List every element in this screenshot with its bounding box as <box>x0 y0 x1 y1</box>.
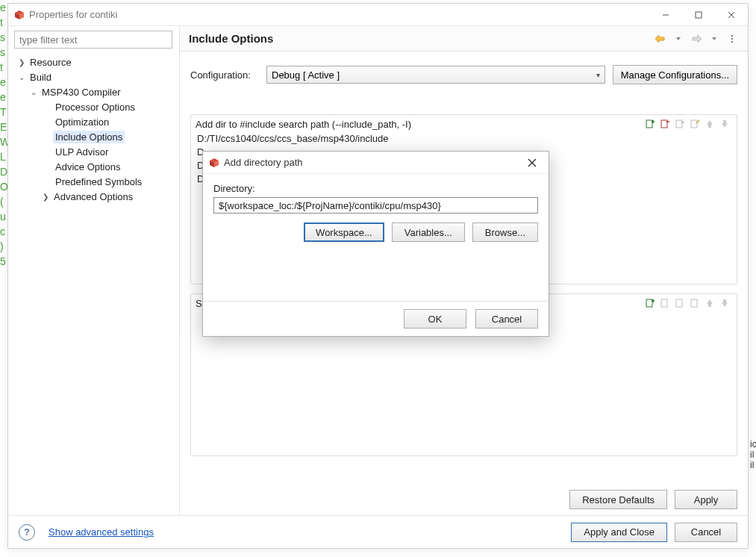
dialog-title: Add directory path <box>224 157 520 168</box>
app-cube-icon <box>14 10 25 20</box>
page-title: Include Options <box>189 32 654 45</box>
edit-entry-icon[interactable] <box>689 118 701 130</box>
configuration-selected-value: Debug [ Active ] <box>272 69 340 81</box>
move-down-icon[interactable] <box>719 118 731 130</box>
tree-item-advice-options[interactable]: Advice Options <box>14 159 173 174</box>
configuration-select[interactable]: Debug [ Active ] ▾ <box>266 66 605 84</box>
svg-rect-1 <box>696 12 702 18</box>
button-label: OK <box>428 314 443 325</box>
help-icon[interactable]: ? <box>19 524 35 541</box>
chevron-right-icon: ❯ <box>17 58 26 66</box>
tree-item-ulp-advisor[interactable]: ULP Advisor <box>14 144 173 159</box>
button-label: Variables... <box>404 227 452 238</box>
tree-item-predefined-symbols[interactable]: Predefined Symbols <box>14 174 173 189</box>
button-label: Browse... <box>485 227 525 238</box>
button-label: Cancel <box>691 526 721 538</box>
window-title: Properties for contiki <box>29 9 118 20</box>
move-down-icon[interactable] <box>719 297 731 309</box>
move-up-icon[interactable] <box>704 297 716 309</box>
import-entry-icon[interactable] <box>659 118 671 130</box>
tree-label: Build <box>28 71 54 84</box>
configuration-label: Configuration: <box>190 69 259 81</box>
directory-input[interactable] <box>213 197 538 214</box>
chevron-down-icon: ⌄ <box>29 88 38 96</box>
tree-label: Predefined Symbols <box>53 175 144 188</box>
chevron-down-icon: ▾ <box>596 71 600 79</box>
group-title: Add dir to #include search path (--inclu… <box>196 119 640 130</box>
tree-label: Processor Options <box>53 101 137 113</box>
left-nav-panel: ❯ Resource ⌄ Build ⌄ MSP430 Compiler Pro… <box>8 26 180 515</box>
svg-point-4 <box>731 34 734 37</box>
list-item[interactable]: D:/TI/ccs1040/ccs/ccs_base/msp430/includ… <box>197 133 731 146</box>
tree-item-processor-options[interactable]: Processor Options <box>14 99 173 114</box>
dialog-titlebar: Add directory path <box>203 152 549 174</box>
background-right-glimpse: ic il il <box>750 439 756 551</box>
app-cube-icon <box>209 158 219 168</box>
chevron-right-icon: ❯ <box>41 193 50 201</box>
svg-rect-12 <box>691 120 697 128</box>
edit-entry-icon[interactable] <box>689 297 701 309</box>
add-entry-icon[interactable] <box>644 118 656 130</box>
show-advanced-settings-link[interactable]: Show advanced settings <box>49 526 154 538</box>
window-bottom-bar: ? Show advanced settings Apply and Close… <box>8 515 748 548</box>
tree-label: ULP Advisor <box>53 146 110 158</box>
apply-and-close-button[interactable]: Apply and Close <box>571 523 667 542</box>
nav-back-icon[interactable] <box>654 32 667 46</box>
svg-point-5 <box>731 37 734 40</box>
tree-label: Optimization <box>53 116 111 128</box>
settings-tree: ❯ Resource ⌄ Build ⌄ MSP430 Compiler Pro… <box>14 55 173 204</box>
move-up-icon[interactable] <box>704 118 716 130</box>
dropdown-caret-icon[interactable] <box>672 32 685 46</box>
svg-rect-15 <box>676 299 682 307</box>
dropdown-caret-icon[interactable] <box>707 32 721 46</box>
view-menu-icon[interactable] <box>725 32 739 46</box>
browse-button[interactable]: Browse... <box>472 223 538 242</box>
tree-item-build[interactable]: ⌄ Build <box>14 69 173 84</box>
svg-point-6 <box>731 40 734 43</box>
chevron-down-icon: ⌄ <box>17 73 26 81</box>
button-label: Apply and Close <box>584 526 655 538</box>
ok-button[interactable]: OK <box>404 309 466 329</box>
delete-entry-icon[interactable] <box>674 297 686 309</box>
tree-item-optimization[interactable]: Optimization <box>14 114 173 129</box>
cancel-button[interactable]: Cancel <box>675 523 737 542</box>
restore-defaults-button[interactable]: Restore Defaults <box>569 490 667 509</box>
tree-item-advanced-options[interactable]: ❯ Advanced Options <box>14 189 173 204</box>
variables-button[interactable]: Variables... <box>392 223 465 242</box>
delete-entry-icon[interactable] <box>674 118 686 130</box>
dialog-cancel-button[interactable]: Cancel <box>475 309 538 329</box>
button-label: Manage Configurations... <box>621 69 729 81</box>
nav-forward-icon[interactable] <box>690 32 703 46</box>
configuration-row: Configuration: Debug [ Active ] ▾ Manage… <box>190 65 737 84</box>
tree-item-include-options[interactable]: Include Options <box>14 129 173 144</box>
button-label: Apply <box>694 494 719 505</box>
tree-item-msp430-compiler[interactable]: ⌄ MSP430 Compiler <box>14 84 173 99</box>
apply-button[interactable]: Apply <box>675 490 737 509</box>
window-close-button[interactable] <box>715 4 748 26</box>
tree-label: Advanced Options <box>51 190 135 203</box>
dialog-close-button[interactable] <box>520 154 544 172</box>
tree-label: Resource <box>28 56 74 69</box>
window-titlebar: Properties for contiki <box>8 4 748 26</box>
svg-rect-7 <box>646 120 652 128</box>
tree-label: Include Options <box>53 131 125 143</box>
import-entry-icon[interactable] <box>659 297 671 309</box>
window-minimize-button[interactable] <box>649 4 682 26</box>
tree-item-resource[interactable]: ❯ Resource <box>14 55 173 69</box>
add-entry-icon[interactable] <box>644 297 656 309</box>
directory-label: Directory: <box>213 183 538 194</box>
svg-rect-16 <box>691 299 697 307</box>
tree-label: Advice Options <box>53 161 122 173</box>
window-maximize-button[interactable] <box>682 4 715 26</box>
workspace-button[interactable]: Workspace... <box>304 223 384 242</box>
svg-rect-13 <box>646 299 652 307</box>
manage-configurations-button[interactable]: Manage Configurations... <box>613 65 737 84</box>
svg-rect-8 <box>661 120 667 128</box>
background-left-glimpse: e t s s t e e T E W L D O ( u c ) 5 <box>0 0 7 538</box>
svg-rect-14 <box>661 299 667 307</box>
button-label: Cancel <box>492 314 522 325</box>
button-label: Workspace... <box>316 227 372 238</box>
filter-text-input[interactable] <box>14 31 172 49</box>
tree-label: MSP430 Compiler <box>40 86 123 99</box>
page-header: Include Options <box>180 26 748 52</box>
